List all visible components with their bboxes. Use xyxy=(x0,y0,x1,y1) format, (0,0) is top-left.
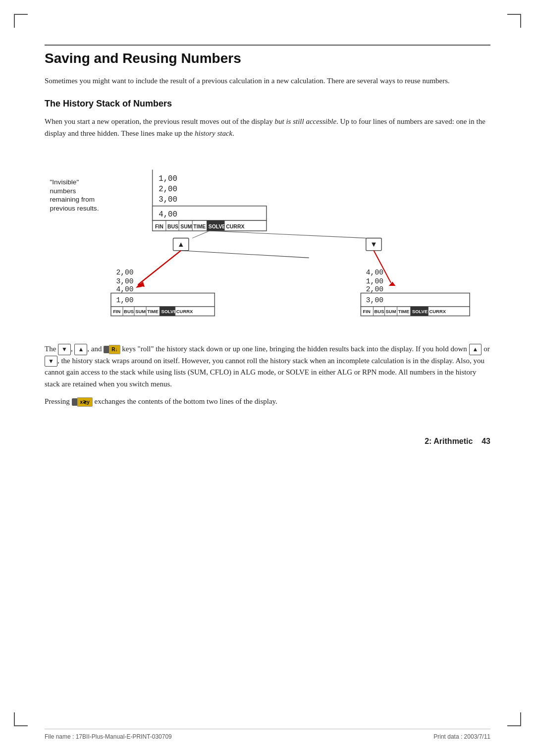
svg-text:1,00: 1,00 xyxy=(116,296,133,304)
svg-text:CURRX: CURRX xyxy=(429,309,446,314)
chapter-title: Saving and Reusing Numbers xyxy=(45,51,490,66)
svg-text:previous results.: previous results. xyxy=(50,205,99,212)
body-paragraph2: Pressing x≷y exchanges the contents of t… xyxy=(45,396,490,407)
svg-text:1,00: 1,00 xyxy=(366,277,383,285)
footer: File name : 17BII-Plus-Manual-E-PRINT-03… xyxy=(45,729,490,740)
section1-title: The History Stack of Numbers xyxy=(45,99,490,109)
svg-text:2,00: 2,00 xyxy=(159,185,177,194)
footer-printdata: Print data : 2003/7/11 xyxy=(433,733,490,740)
svg-text:▼: ▼ xyxy=(370,240,377,248)
section1-paragraph1: When you start a new operation, the prev… xyxy=(45,116,490,139)
up-arrow-key: ▲ xyxy=(74,344,87,355)
svg-line-32 xyxy=(141,250,181,282)
chapter-label: 2: Arithmetic 43 xyxy=(425,437,490,445)
svg-text:SUM: SUM xyxy=(180,223,192,229)
page-number: 43 xyxy=(482,437,490,445)
corner-mark-bl xyxy=(14,712,28,726)
intro-paragraph: Sometimes you might want to include the … xyxy=(45,75,490,87)
svg-text:remaining from: remaining from xyxy=(50,196,95,203)
svg-text:SUM: SUM xyxy=(135,309,146,314)
diagram-area: "Invisible" numbers remaining from previ… xyxy=(45,153,490,331)
svg-text:BUS: BUS xyxy=(124,309,134,314)
or-text: or xyxy=(483,345,490,353)
svg-text:3,00: 3,00 xyxy=(159,195,177,204)
svg-text:4,00: 4,00 xyxy=(366,269,383,276)
svg-text:TIME: TIME xyxy=(193,223,206,229)
svg-text:"Invisible": "Invisible" xyxy=(50,178,79,186)
svg-text:BUS: BUS xyxy=(374,309,384,314)
corner-mark-br xyxy=(507,712,521,726)
chapter-number: 2: Arithmetic xyxy=(425,437,473,445)
italic-historystack: history stack xyxy=(195,129,232,137)
svg-text:FIN: FIN xyxy=(363,309,371,314)
svg-text:3,00: 3,00 xyxy=(116,277,133,285)
shift-r-key: R↓ xyxy=(104,345,120,355)
body-paragraph1: The ▼, ▲, and R↓ keys "roll" the history… xyxy=(45,343,490,390)
svg-line-30 xyxy=(192,231,210,238)
svg-text:4,00: 4,00 xyxy=(116,285,133,293)
corner-mark-tr xyxy=(507,14,521,28)
up-arrow-key2: ▲ xyxy=(469,344,482,355)
svg-text:FIN: FIN xyxy=(113,309,120,314)
page: Saving and Reusing Numbers Sometimes you… xyxy=(0,0,535,756)
svg-text:numbers: numbers xyxy=(50,187,76,194)
svg-line-31 xyxy=(210,231,366,238)
svg-text:CURRX: CURRX xyxy=(176,309,193,314)
svg-text:4,00: 4,00 xyxy=(159,210,177,218)
svg-text:2,00: 2,00 xyxy=(116,269,133,276)
svg-text:2,00: 2,00 xyxy=(366,285,383,293)
italic-accessible: but is still accessible xyxy=(274,117,336,125)
svg-text:BUS: BUS xyxy=(167,223,178,229)
page-number-area: 2: Arithmetic 43 xyxy=(45,437,490,446)
shift-xchg-key: x≷y xyxy=(72,397,93,407)
svg-text:1,00: 1,00 xyxy=(159,174,177,183)
svg-text:SOLVE: SOLVE xyxy=(161,309,176,314)
down-arrow-key: ▼ xyxy=(58,344,71,355)
svg-marker-35 xyxy=(389,281,396,285)
diagram-svg: "Invisible" numbers remaining from previ… xyxy=(45,153,490,331)
svg-text:TIME: TIME xyxy=(147,309,158,314)
svg-text:SOLVE: SOLVE xyxy=(209,223,226,229)
svg-line-29 xyxy=(181,250,309,258)
svg-text:▲: ▲ xyxy=(177,240,185,248)
svg-text:FIN: FIN xyxy=(155,223,163,229)
svg-text:SOLVE: SOLVE xyxy=(412,309,428,314)
svg-text:3,00: 3,00 xyxy=(366,296,383,304)
top-rule xyxy=(45,45,490,46)
svg-text:CURRX: CURRX xyxy=(226,223,244,229)
down-arrow-key2: ▼ xyxy=(45,356,57,367)
corner-mark-tl xyxy=(14,14,28,28)
footer-filename: File name : 17BII-Plus-Manual-E-PRINT-03… xyxy=(45,733,172,740)
svg-text:SUM: SUM xyxy=(386,309,396,314)
svg-text:TIME: TIME xyxy=(398,309,409,314)
